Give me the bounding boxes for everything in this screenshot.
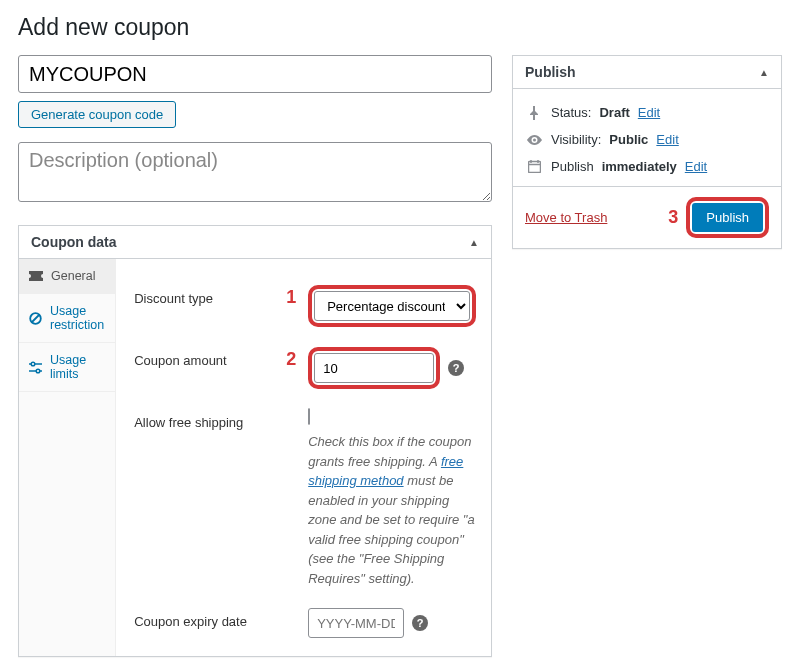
ticket-icon xyxy=(29,271,43,281)
callout-box-2 xyxy=(308,347,440,389)
visibility-label: Visibility: xyxy=(551,132,601,147)
calendar-icon xyxy=(525,160,543,173)
coupon-code-input[interactable] xyxy=(18,55,492,93)
svg-point-5 xyxy=(36,369,40,373)
coupon-amount-label: Coupon amount xyxy=(134,347,274,368)
generate-coupon-code-button[interactable]: Generate coupon code xyxy=(18,101,176,128)
edit-visibility-link[interactable]: Edit xyxy=(656,132,678,147)
discount-type-select[interactable]: Percentage discount xyxy=(314,291,470,321)
schedule-value: immediately xyxy=(602,159,677,174)
move-to-trash-link[interactable]: Move to Trash xyxy=(525,210,607,225)
publish-title: Publish xyxy=(525,64,576,80)
tab-usage-restriction[interactable]: Usage restriction xyxy=(19,294,115,343)
sliders-icon xyxy=(29,361,42,374)
expiry-date-input[interactable] xyxy=(308,608,404,638)
status-value: Draft xyxy=(599,105,629,120)
status-label: Status: xyxy=(551,105,591,120)
page-title: Add new coupon xyxy=(18,14,782,41)
tab-label: Usage limits xyxy=(50,353,105,381)
help-icon[interactable]: ? xyxy=(412,615,428,631)
tab-label: General xyxy=(51,269,95,283)
eye-icon xyxy=(525,135,543,145)
expiry-date-label: Coupon expiry date xyxy=(134,608,274,629)
coupon-amount-input[interactable] xyxy=(314,353,434,383)
tab-label: Usage restriction xyxy=(50,304,105,332)
publish-button[interactable]: Publish xyxy=(692,203,763,232)
coupon-tabs: General Usage restriction Usage limits xyxy=(19,259,116,656)
publish-panel: Publish ▲ Status: Draft Edit Visibility: xyxy=(512,55,782,249)
coupon-description-textarea[interactable] xyxy=(18,142,492,202)
svg-point-6 xyxy=(533,138,536,141)
schedule-label: Publish xyxy=(551,159,594,174)
callout-marker-3: 3 xyxy=(668,207,678,228)
free-shipping-description: Check this box if the coupon grants free… xyxy=(308,432,476,588)
svg-line-1 xyxy=(32,315,39,322)
discount-type-label: Discount type xyxy=(134,285,274,306)
free-shipping-label: Allow free shipping xyxy=(134,409,274,430)
tab-usage-limits[interactable]: Usage limits xyxy=(19,343,115,392)
free-shipping-checkbox[interactable] xyxy=(308,408,310,425)
callout-box-1: Percentage discount xyxy=(308,285,476,327)
edit-status-link[interactable]: Edit xyxy=(638,105,660,120)
edit-schedule-link[interactable]: Edit xyxy=(685,159,707,174)
visibility-value: Public xyxy=(609,132,648,147)
help-icon[interactable]: ? xyxy=(448,360,464,376)
callout-box-3: Publish xyxy=(686,197,769,238)
callout-marker-2: 2 xyxy=(280,347,302,370)
panel-toggle-icon[interactable]: ▲ xyxy=(759,67,769,78)
pin-icon xyxy=(525,106,543,120)
callout-marker-1: 1 xyxy=(280,285,302,308)
tab-general[interactable]: General xyxy=(19,259,115,294)
coupon-data-title: Coupon data xyxy=(31,234,117,250)
panel-toggle-icon[interactable]: ▲ xyxy=(469,237,479,248)
svg-rect-7 xyxy=(528,162,540,173)
coupon-data-panel: Coupon data ▲ General Usage re xyxy=(18,225,492,657)
block-icon xyxy=(29,312,42,325)
svg-point-4 xyxy=(31,362,35,366)
